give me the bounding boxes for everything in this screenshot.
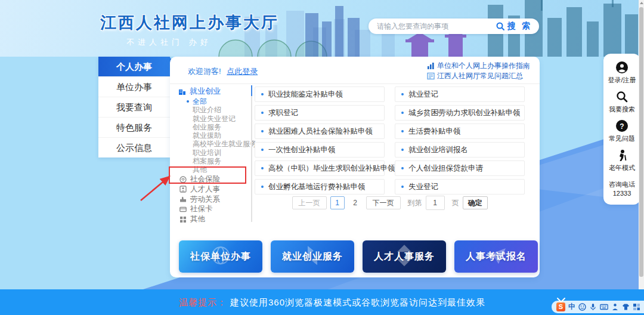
welcome-greeting: 欢迎游客! xyxy=(188,67,221,76)
subcategory-item[interactable]: 职业培训 xyxy=(193,149,250,157)
subcategory-all[interactable]: 全部 xyxy=(193,97,250,106)
side-elder-mode-button[interactable]: 老年模式 xyxy=(609,149,635,172)
search-button-label: 搜 索 xyxy=(507,21,532,32)
keyboard-icon[interactable] xyxy=(600,303,608,311)
service-item[interactable]: 高校（中职）毕业生求职创业补贴申领 xyxy=(255,160,385,176)
subcategory-item[interactable]: 其他 xyxy=(193,165,250,174)
left-nav: 个人办事 单位办事 我要查询 特色服务 公示信息 xyxy=(98,57,170,158)
person-badge-icon xyxy=(179,186,187,193)
banner-social-insurance-unit[interactable]: 社保单位办事 xyxy=(179,240,262,273)
consult-phone-label: 咨询电话 xyxy=(609,180,635,189)
category-scrollbar-track xyxy=(251,96,252,222)
banner-label: 就业创业服务 xyxy=(282,251,343,263)
service-item[interactable]: 求职登记 xyxy=(255,105,385,121)
subcategory-item[interactable]: 档案服务 xyxy=(193,157,250,165)
search-bar[interactable]: 搜 索 xyxy=(369,18,539,34)
service-item[interactable]: 就业登记 xyxy=(395,87,525,102)
service-item[interactable]: 职业技能鉴定补贴申领 xyxy=(255,87,385,102)
page-number-2[interactable]: 2 xyxy=(348,196,363,209)
subcategory-item[interactable]: 创业服务 xyxy=(193,123,250,131)
service-item[interactable]: 个人创业担保贷款申请 xyxy=(395,160,525,176)
person-icon[interactable] xyxy=(611,303,619,311)
nav-item-featured[interactable]: 特色服务 xyxy=(98,117,170,137)
user-icon xyxy=(615,61,628,74)
banner-label: 人事考试报名 xyxy=(466,251,527,263)
category-social-insurance[interactable]: 社会保险 xyxy=(179,175,250,184)
category-label: 其他 xyxy=(190,214,205,224)
banner-employment-service[interactable]: 就业创业服务 xyxy=(271,240,354,273)
category-other[interactable]: 其他 xyxy=(179,215,250,224)
handshake-icon xyxy=(179,196,187,203)
side-elder-mode-label: 老年模式 xyxy=(609,163,635,172)
category-employment[interactable]: 就业创业 xyxy=(178,85,250,97)
side-search-button[interactable]: 我要搜索 xyxy=(609,90,635,114)
ime-logo[interactable]: S xyxy=(556,302,565,311)
subcategory-item[interactable]: 就业援助 xyxy=(193,131,250,140)
side-login-button[interactable]: 登录/注册 xyxy=(608,61,636,85)
pagination: 上一页 1 2 下一页 到第 页 确定 xyxy=(255,196,525,210)
login-link[interactable]: 点此登录 xyxy=(227,67,258,76)
notice-prefix: 温馨提示： xyxy=(179,297,227,307)
smiley-icon[interactable] xyxy=(578,303,586,311)
grid-icon xyxy=(179,216,187,223)
consult-phone-number: 12333 xyxy=(609,189,635,198)
quick-link-label: 单位和个人网上办事操作指南 xyxy=(437,61,530,71)
scrollbar-up-arrow[interactable] xyxy=(640,2,643,4)
category-scrollbar-thumb[interactable] xyxy=(251,85,252,96)
card-icon xyxy=(179,206,187,213)
ime-tray: S 中 xyxy=(552,301,644,313)
banner-talent-hr-service[interactable]: 人才人事服务 xyxy=(363,240,446,273)
consult-phone: 咨询电话 12333 xyxy=(609,180,635,198)
service-item[interactable]: 一次性创业补贴申领 xyxy=(255,142,385,158)
service-item[interactable]: 就业困难人员社会保险补贴申领 xyxy=(255,123,385,139)
building-icon xyxy=(178,88,186,95)
subcategory-item[interactable]: 高校毕业生就业服务 xyxy=(193,140,250,148)
service-item[interactable]: 就业创业培训报名 xyxy=(395,142,525,158)
confirm-page-button[interactable]: 确定 xyxy=(463,196,488,209)
subcategory-item[interactable]: 职业介绍 xyxy=(193,106,250,114)
site-tagline: 不进人社门 办好 xyxy=(126,37,212,48)
microphone-icon[interactable] xyxy=(589,303,597,311)
search-icon xyxy=(615,90,628,103)
side-login-label: 登录/注册 xyxy=(608,76,636,85)
quick-link-faq[interactable]: 江西人社网厅常见问题汇总 xyxy=(427,71,530,81)
document-icon xyxy=(427,72,435,80)
goto-page-suffix: 页 xyxy=(452,198,459,208)
scrollbar-thumb[interactable] xyxy=(639,7,643,277)
banner-exam-registration[interactable]: 人事考试报名 xyxy=(454,240,538,273)
service-item[interactable]: 创业孵化基地运行费补贴申领 xyxy=(255,179,385,194)
floating-side-panel: 登录/注册 我要搜索 ? 常见问题 老年模式 咨询电话 xyxy=(603,54,640,205)
category-labor-relations[interactable]: 劳动关系 xyxy=(179,194,250,204)
side-faq-label: 常见问题 xyxy=(609,134,635,143)
search-button[interactable]: 搜 索 xyxy=(496,21,532,32)
category-talent-hr[interactable]: 人才人事 xyxy=(179,184,250,194)
main-content-card: 欢迎游客! 点此登录 单位和个人网上办事操作指南 江西人社网厅常见问题汇总 xyxy=(170,57,540,277)
nav-item-personal[interactable]: 个人办事 xyxy=(98,57,170,76)
nav-item-unit[interactable]: 单位办事 xyxy=(98,76,170,97)
service-item[interactable]: 失业登记 xyxy=(395,179,525,194)
svg-text:?: ? xyxy=(620,122,624,131)
nav-item-query[interactable]: 我要查询 xyxy=(98,97,170,117)
next-page-button[interactable]: 下一页 xyxy=(366,196,401,209)
banner-label: 人才人事服务 xyxy=(374,251,435,263)
toolbox-grid-icon[interactable] xyxy=(633,303,640,311)
page-number-1[interactable]: 1 xyxy=(330,196,345,209)
goto-page-input[interactable] xyxy=(426,196,445,210)
category-social-security-card[interactable]: 社保卡 xyxy=(179,205,250,214)
quick-link-guide[interactable]: 单位和个人网上办事操作指南 xyxy=(427,61,530,71)
category-menu: 就业创业 全部 职业介绍 就业失业登记 创业服务 就业援助 高校毕业生就业服务 … xyxy=(178,85,250,224)
nav-item-public-info[interactable]: 公示信息 xyxy=(98,137,170,158)
clothes-icon[interactable] xyxy=(622,303,630,311)
ime-language-indicator[interactable]: 中 xyxy=(568,302,575,312)
search-input[interactable] xyxy=(376,21,496,31)
service-item[interactable]: 生活费补贴申领 xyxy=(395,123,525,139)
service-item[interactable]: 城乡贫困劳动力求职创业补贴申领 xyxy=(395,105,525,121)
shield-circle-icon xyxy=(179,176,187,183)
notice-message: 建议使用360浏览器极速模式或谷歌浏览器访问达到最佳效果 xyxy=(230,297,485,307)
banner-row: 社保单位办事 就业创业服务 人才人事服务 人事考试报名 xyxy=(179,240,538,273)
divider xyxy=(170,84,540,84)
category-label: 社会保险 xyxy=(190,174,220,184)
prev-page-button[interactable]: 上一页 xyxy=(292,196,327,209)
side-faq-button[interactable]: ? 常见问题 xyxy=(609,119,635,143)
subcategory-item[interactable]: 就业失业登记 xyxy=(193,115,250,123)
